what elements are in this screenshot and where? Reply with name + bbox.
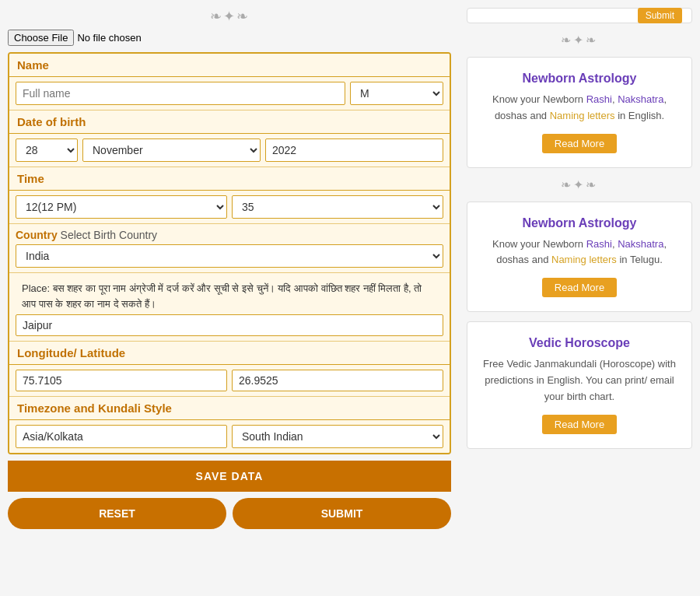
card2-title: Newborn Astrology <box>478 216 681 230</box>
longlat-label: Longitude/ Latitude <box>9 342 450 365</box>
card1-title: Newborn Astrology <box>478 72 681 86</box>
dob-row: 1234 5678 9101112 13141516 17181920 2122… <box>16 138 443 162</box>
reset-button[interactable]: RESET <box>8 498 226 529</box>
timezone-label: Timezone and Kundali Style <box>9 397 450 420</box>
vedic-horoscope-card: Vedic Horoscope Free Vedic Janmakundali … <box>467 321 692 448</box>
month-select[interactable]: JanuaryFebruaryMarch AprilMayJune JulyAu… <box>82 138 261 162</box>
stub-button[interactable]: Submit <box>638 8 682 23</box>
gender-select[interactable]: M F <box>350 82 443 105</box>
latlong-row <box>16 370 443 391</box>
newborn-astrology-english-card: Newborn Astrology Know your Newborn Rash… <box>467 57 692 168</box>
time-section-body: 0(12 AM)1(1 AM)2(2 AM) 3(3 AM)4(4 AM)5(5… <box>9 191 450 224</box>
newborn-astrology-telugu-card: Newborn Astrology Know your Newborn Rash… <box>467 202 692 313</box>
card3-read-more-button[interactable]: Read More <box>542 415 617 434</box>
card1-desc: Know your Newborn Rashi, Nakshatra, dosh… <box>478 92 681 124</box>
name-row: M F <box>16 82 443 105</box>
dob-section-label: Date of birth <box>9 110 450 134</box>
longitude-input[interactable] <box>16 370 227 391</box>
save-data-button[interactable]: SAVE DATA <box>8 461 451 492</box>
place-label: Place: बस शहर का पूरा नाम अंग्रेजी में द… <box>16 278 443 311</box>
kundali-select[interactable]: South Indian North Indian East Indian <box>232 425 443 448</box>
fullname-input[interactable] <box>16 82 345 105</box>
card3-desc: Free Vedic Janmakundali (Horoscope) with… <box>478 356 681 405</box>
top-stub-card: Submit <box>467 8 692 23</box>
longlat-section-body <box>9 365 450 397</box>
name-section-body: M F <box>9 77 450 110</box>
day-select[interactable]: 1234 5678 9101112 13141516 17181920 2122… <box>16 138 78 162</box>
bottom-buttons: RESET SUBMIT <box>8 498 451 529</box>
card2-desc: Know your Newborn Rashi, Nakshatra, dosh… <box>478 237 681 269</box>
latitude-input[interactable] <box>232 370 443 391</box>
card2-naming: Naming letters <box>551 254 617 265</box>
dob-section-body: 1234 5678 9101112 13141516 17181920 2122… <box>9 134 450 167</box>
card1-naming: Naming letters <box>550 110 615 121</box>
right-panel: Submit ❧✦❧ Newborn Astrology Know your N… <box>467 8 692 588</box>
name-section-label: Name <box>9 54 450 77</box>
year-input[interactable] <box>265 138 443 162</box>
left-panel: ❧✦❧ Name M F Date of birth 1234 5678 910… <box>8 8 451 588</box>
decorative-top: ❧✦❧ <box>8 8 451 25</box>
timezone-input[interactable] <box>16 425 227 448</box>
card2-nakshatra: Nakshatra <box>618 238 663 250</box>
form-container: Name M F Date of birth 1234 5678 9101112… <box>8 52 451 454</box>
card2-rashi: Rashi <box>586 238 612 250</box>
time-section-label: Time <box>9 167 450 191</box>
timezone-section-body: South Indian North Indian East Indian <box>9 420 450 453</box>
file-input[interactable] <box>8 30 199 46</box>
place-input[interactable] <box>16 314 443 336</box>
place-section-body: Place: बस शहर का पूरा नाम अंग्रेजी में द… <box>9 273 450 342</box>
divider-2: ❧✦❧ <box>467 177 692 192</box>
card2-read-more-button[interactable]: Read More <box>542 278 617 297</box>
minute-select[interactable]: 051015 202530 354045 5055 <box>232 195 443 219</box>
file-chooser-row <box>8 30 451 46</box>
country-label: Country Select Birth Country <box>16 229 443 241</box>
card1-read-more-button[interactable]: Read More <box>542 134 617 153</box>
submit-button[interactable]: SUBMIT <box>233 498 451 529</box>
country-select[interactable]: India USA UK Australia Canada <box>16 244 443 268</box>
card3-title: Vedic Horoscope <box>478 336 681 350</box>
hour-select[interactable]: 0(12 AM)1(1 AM)2(2 AM) 3(3 AM)4(4 AM)5(5… <box>16 195 227 219</box>
time-row: 0(12 AM)1(1 AM)2(2 AM) 3(3 AM)4(4 AM)5(5… <box>16 195 443 219</box>
tz-row: South Indian North Indian East Indian <box>16 425 443 448</box>
card1-rashi: Rashi <box>586 93 612 105</box>
divider-1: ❧✦❧ <box>467 33 692 47</box>
card1-nakshatra: Nakshatra <box>618 93 663 105</box>
country-section-body: Country Select Birth Country India USA U… <box>9 224 450 273</box>
